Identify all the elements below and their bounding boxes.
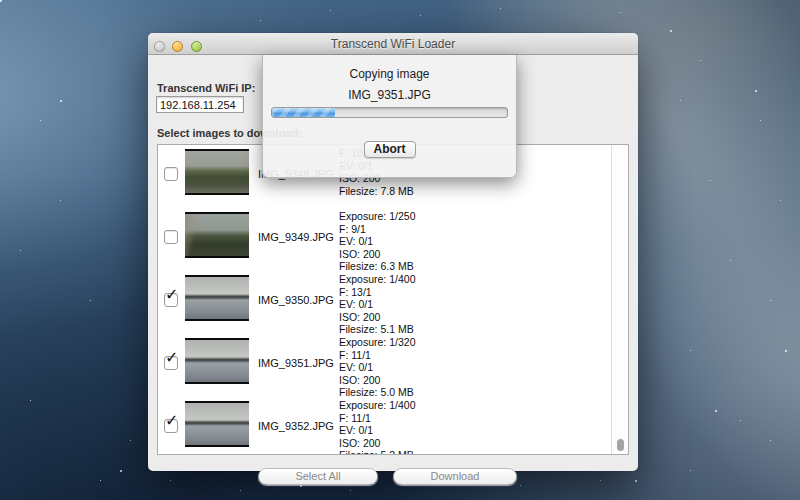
image-exif: Exposure: 1/400F: 13/1EV: 0/1ISO: 200Fil… — [339, 273, 415, 336]
image-thumbnail — [185, 275, 249, 321]
window-titlebar[interactable]: Transcend WiFi Loader — [148, 33, 638, 55]
image-thumbnail — [185, 149, 249, 195]
progress-bar — [271, 107, 508, 118]
image-row: ✓ IMG_9351.JPG Exposure: 1/320F: 11/1EV:… — [158, 332, 611, 395]
progress-fill — [272, 108, 335, 117]
image-checkbox[interactable]: ✓ — [164, 230, 178, 244]
image-filename: IMG_9352.JPG — [258, 420, 334, 432]
scrollbar-track[interactable] — [611, 145, 628, 454]
image-thumbnail — [185, 212, 249, 258]
image-filename: IMG_9351.JPG — [258, 357, 334, 369]
dialog-filename: IMG_9351.JPG — [263, 88, 516, 102]
image-checkbox[interactable]: ✓ — [164, 293, 178, 307]
download-button[interactable]: Download — [393, 468, 517, 485]
scrollbar-thumb[interactable] — [617, 439, 624, 451]
image-checkbox[interactable]: ✓ — [164, 167, 178, 181]
image-exif: Exposure: 1/250F: 9/1EV: 0/1ISO: 200File… — [339, 210, 415, 273]
window-title: Transcend WiFi Loader — [148, 37, 638, 51]
image-row: ✓ IMG_9352.JPG Exposure: 1/400F: 11/1EV:… — [158, 395, 611, 455]
image-exif: Exposure: 1/320F: 11/1EV: 0/1ISO: 200Fil… — [339, 336, 415, 399]
image-row: ✓ IMG_9349.JPG Exposure: 1/250F: 9/1EV: … — [158, 206, 611, 269]
image-list: ✓ IMG_9348.JPG F: 10/1EV: 0/1ISO: 200Fil… — [157, 144, 629, 455]
image-checkbox[interactable]: ✓ — [164, 419, 178, 433]
select-all-button[interactable]: Select All — [258, 468, 378, 485]
image-filename: IMG_9350.JPG — [258, 294, 334, 306]
abort-button[interactable]: Abort — [364, 141, 416, 158]
checkmark-icon: ✓ — [165, 287, 178, 303]
ip-input[interactable] — [156, 96, 244, 113]
desktop-wallpaper: Transcend WiFi Loader Transcend WiFi IP:… — [0, 0, 800, 500]
image-thumbnail — [185, 401, 249, 447]
copy-progress-dialog: Copying image IMG_9351.JPG Abort — [262, 55, 517, 178]
image-rows: ✓ IMG_9348.JPG F: 10/1EV: 0/1ISO: 200Fil… — [158, 144, 611, 455]
image-exif: Exposure: 1/400F: 11/1EV: 0/1ISO: 200Fil… — [339, 399, 415, 455]
image-row: ✓ IMG_9350.JPG Exposure: 1/400F: 13/1EV:… — [158, 269, 611, 332]
dialog-title: Copying image — [263, 67, 516, 81]
image-thumbnail — [185, 338, 249, 384]
checkmark-icon: ✓ — [165, 413, 178, 429]
app-window: Transcend WiFi Loader Transcend WiFi IP:… — [148, 33, 638, 471]
ip-label: Transcend WiFi IP: — [157, 82, 255, 94]
image-checkbox[interactable]: ✓ — [164, 356, 178, 370]
image-filename: IMG_9349.JPG — [258, 231, 334, 243]
stars-bright-layer — [0, 0, 2, 2]
checkmark-icon: ✓ — [165, 350, 178, 366]
